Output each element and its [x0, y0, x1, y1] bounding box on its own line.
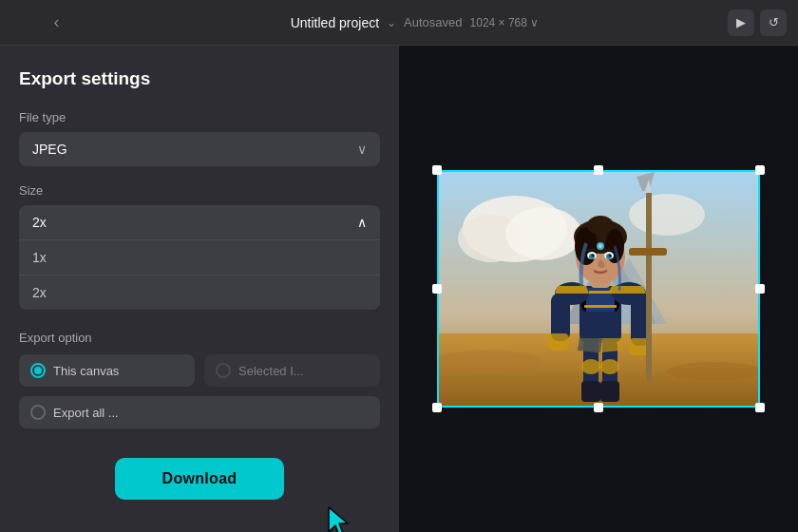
- size-label: Size: [19, 183, 380, 198]
- back-chevron-icon[interactable]: ‹: [54, 12, 60, 32]
- svg-point-4: [505, 207, 581, 260]
- export-options-row: This canvas Selected I...: [19, 354, 380, 387]
- handle-top-left: [432, 165, 442, 175]
- this-canvas-option[interactable]: This canvas: [19, 354, 195, 387]
- file-type-select[interactable]: JPEG ∨: [19, 132, 380, 166]
- svg-point-34: [587, 216, 614, 235]
- svg-point-11: [667, 362, 760, 381]
- svg-point-46: [600, 359, 619, 374]
- download-area: Download: [19, 439, 380, 509]
- autosaved-label: Autosaved: [404, 15, 462, 29]
- export-all-radio: [30, 405, 46, 420]
- sidebar-title: Export settings: [19, 68, 380, 89]
- svg-rect-47: [581, 381, 600, 402]
- this-canvas-radio: [30, 363, 46, 378]
- size-current-value: 2x: [32, 215, 47, 230]
- play-icon: ▶: [736, 15, 746, 29]
- play-button[interactable]: ▶: [728, 10, 754, 36]
- selected-radio: [216, 363, 231, 378]
- refresh-button[interactable]: ↺: [760, 10, 787, 36]
- canvas-area[interactable]: [399, 46, 798, 532]
- selected-option[interactable]: Selected I...: [204, 354, 380, 387]
- svg-point-40: [609, 255, 612, 257]
- size-select-open: 2x ∧ 1x 2x: [19, 205, 380, 310]
- handle-bottom-mid: [594, 403, 603, 412]
- svg-rect-48: [600, 381, 619, 402]
- size-header[interactable]: 2x ∧: [19, 205, 380, 240]
- export-all-option[interactable]: Export all ...: [19, 396, 380, 428]
- file-type-label: File type: [19, 110, 380, 124]
- dimensions-label[interactable]: 1024 × 768 ∨: [470, 16, 540, 29]
- size-option-1x[interactable]: 1x: [19, 240, 380, 275]
- svg-marker-18: [555, 286, 589, 294]
- svg-marker-0: [329, 507, 348, 532]
- topbar-actions: ▶ ↺: [728, 10, 787, 36]
- handle-mid-left: [432, 284, 442, 294]
- this-canvas-label: This canvas: [53, 364, 119, 378]
- main-content: Export settings File type JPEG ∨ Size 2x…: [0, 46, 798, 532]
- svg-point-39: [592, 255, 595, 257]
- handle-mid-right: [755, 284, 765, 294]
- size-section: Size 2x ∧ 1x 2x: [19, 183, 380, 327]
- canvas-image-container: [437, 170, 760, 408]
- topbar-center: Untitled project ⌄ Autosaved 1024 × 768 …: [109, 15, 720, 30]
- svg-point-5: [629, 194, 705, 236]
- size-option-2x[interactable]: 2x: [19, 275, 380, 310]
- refresh-icon: ↺: [769, 15, 779, 29]
- download-button[interactable]: Download: [115, 458, 285, 500]
- project-name[interactable]: Untitled project: [291, 15, 379, 30]
- selected-label: Selected I...: [238, 364, 304, 378]
- svg-rect-22: [548, 333, 569, 351]
- svg-marker-16: [584, 305, 617, 308]
- svg-point-45: [581, 359, 600, 374]
- export-option-label: Export option: [19, 331, 380, 345]
- export-all-label: Export all ...: [53, 406, 119, 420]
- svg-marker-20: [608, 286, 646, 294]
- topbar: ‹ Untitled project ⌄ Autosaved 1024 × 76…: [0, 0, 798, 46]
- svg-marker-51: [578, 338, 602, 352]
- svg-rect-25: [646, 191, 652, 381]
- file-type-chevron-icon: ∨: [357, 142, 367, 157]
- handle-bottom-left: [432, 403, 442, 412]
- svg-point-42: [598, 244, 602, 248]
- project-chevron-icon[interactable]: ⌄: [387, 16, 396, 29]
- file-type-value: JPEG: [32, 142, 67, 157]
- topbar-left: ‹: [11, 12, 102, 32]
- canvas-image: [437, 170, 760, 408]
- handle-top-mid: [594, 165, 603, 175]
- size-chevron-icon: ∧: [357, 215, 367, 230]
- handle-top-right: [755, 165, 765, 175]
- export-sidebar: Export settings File type JPEG ∨ Size 2x…: [0, 46, 399, 532]
- svg-rect-28: [629, 248, 667, 256]
- handle-bottom-right: [755, 403, 765, 412]
